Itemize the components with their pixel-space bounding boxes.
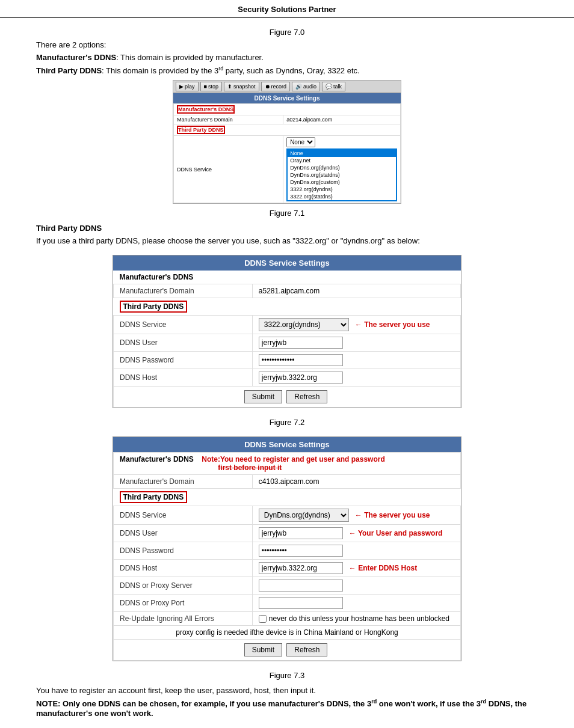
ddns-password-input-73[interactable] [259,545,343,557]
audio-btn[interactable]: 🔊 audio [292,82,320,91]
table-row: Re-Update Ignoring All Errors never do t… [114,612,461,626]
ddns-service-row-73: DDNS Service DynDns.org(dyndns) ← The se… [114,506,461,525]
table-row: Third Party DDNS [174,124,401,136]
ddns-service-select-small[interactable]: None [286,137,315,147]
dropdown-item[interactable]: 3322.org(dyndns) [288,186,396,193]
submit-button-72[interactable]: Submit [244,390,282,403]
table-row: DDNS Host ← Enter DDNS Host [114,560,461,577]
play-icon: ▶ [179,84,184,90]
note-text: NOTE: Only one DDNS can be chosen, for e… [36,699,538,717]
annotation-server-73: ← The server you use [355,511,430,519]
dropdown-list-small: None Oray.net DynDns.org(dyndns) DynDns.… [286,148,397,201]
manufacturer-ddns-label-small: Manufacturer's DDNS [177,105,235,114]
register-text: You have to register an account first, k… [36,686,538,695]
table-row: Manufacturer's DDNS Note:You need to reg… [114,453,461,475]
ddns-host-input-73[interactable] [259,562,343,574]
annotation-user-73: ← Your User and password [349,529,443,537]
service-select-wrap: 3322.org(dyndns) ← The server you use [259,318,454,331]
fig73-label: Figure 7.3 [36,671,538,680]
third-party-ddns-label-73: Third Party DDNS [120,491,188,503]
table-row: Manufacturer's Domain c4103.aipcam.com [114,475,461,489]
manufacturer-ddns-label-72: Manufacturer's DDNS [120,273,194,281]
third-party-section-desc: If you use a third party DDNS, please ch… [36,236,538,245]
fig70-screenshot: ▶ play ■ stop ⬆ snapshot ⏺ record 🔊 a [173,80,401,204]
ss-toolbar: ▶ play ■ stop ⬆ snapshot ⏺ record 🔊 a [173,81,401,93]
table-row: DDNS Password [114,352,461,369]
manufacturer-ddns-label-73: Manufacturer's DDNS [120,455,194,463]
table-row: Manufacturer's Domain a5281.aipcam.com [114,284,461,298]
stop-btn[interactable]: ■ stop [200,82,222,91]
refresh-button-73[interactable]: Refresh [286,643,327,656]
table-row: DDNS User [114,334,461,352]
user-wrap-73: ← Your User and password [259,527,454,539]
table-row: Third Party DDNS [114,489,461,506]
table-row: Manufacturer's DDNS [174,104,401,115]
note-first-before: first before input it [218,463,282,472]
ddns-service-row-72: DDNS Service 3322.org(dyndns) ← The serv… [114,316,461,334]
record-btn[interactable]: ⏺ record [261,82,291,91]
fig70-wrap: ▶ play ■ stop ⬆ snapshot ⏺ record 🔊 a [36,80,538,204]
dropdown-item[interactable]: 3322.org(statdns) [288,193,396,200]
fig72-wrap: DDNS Service Settings Manufacturer's DDN… [36,250,538,413]
fig72-container: DDNS Service Settings Manufacturer's DDN… [113,250,461,413]
ddns-proxy-port-input[interactable] [259,597,343,609]
note-register: Note:You need to register and get user a… [202,455,385,463]
annotation-host-73: ← Enter DDNS Host [349,564,417,572]
intro-third-party: Third Party DDNS: This domain is provide… [36,66,538,75]
play-btn[interactable]: ▶ play [176,82,199,91]
dropdown-item[interactable]: DynDns.org(custom) [288,179,396,186]
third-party-ddns-label-72: Third Party DDNS [120,301,188,313]
proxy-note-text: proxy config is needed ifthe device is i… [176,628,398,637]
dropdown-item[interactable]: DynDns.org(statdns) [288,171,396,179]
host-wrap-73: ← Enter DDNS Host [259,562,454,574]
record-icon: ⏺ [265,84,270,90]
fig73-table: Manufacturer's DDNS Note:You need to reg… [113,452,461,661]
ddns-user-input-73[interactable] [259,527,343,539]
fig70-table: Manufacturer's DDNS Manufacturer's Domai… [173,103,401,203]
fig73-title: DDNS Service Settings [113,437,461,452]
fig71-label: Figure 7.1 [36,209,538,218]
table-row: DDNS Password [114,542,461,560]
fig73-figure: DDNS Service Settings Manufacturer's DDN… [113,436,461,661]
ddns-host-input-72[interactable] [259,372,343,384]
intro-manufacturer: Manufacturer's DDNS: This domain is prov… [36,53,538,62]
table-row: Manufacturer's Domain a0214.aipcam.com [174,115,401,124]
snapshot-btn[interactable]: ⬆ snapshot [224,82,259,91]
ddns-service-select-73[interactable]: DynDns.org(dyndns) [259,509,349,522]
fig72-label: Figure 7.2 [36,418,538,427]
dropdown-item[interactable]: DynDns.org(dyndns) [288,164,396,171]
fig70-label: Figure 7.0 [36,28,538,37]
ddns-proxy-server-input[interactable] [259,580,343,592]
table-row: DDNS or Proxy Port [114,595,461,612]
third-party-section-heading: Third Party DDNS [36,224,538,233]
re-update-checkbox[interactable] [259,615,267,623]
audio-icon: 🔊 [295,84,302,90]
dropdown-item[interactable]: None [288,150,396,157]
fig72-title: DDNS Service Settings [113,255,461,271]
talk-btn[interactable]: 💬 talk [322,82,345,91]
third-party-ddns-label-small: Third Party DDNS [177,126,225,134]
table-row: DDNS or Proxy Server [114,577,461,595]
snapshot-icon: ⬆ [227,84,232,90]
ddns-password-input-72[interactable] [259,354,343,366]
intro-options: There are 2 options: [36,40,538,49]
table-row: Manufacturer's DDNS [114,271,461,284]
table-row: DDNS User ← Your User and password [114,525,461,542]
header-title: Security Solutions Partner [238,5,336,14]
dropdown-item[interactable]: Oray.net [288,157,396,164]
submit-button-73[interactable]: Submit [244,643,282,656]
service-select-wrap-73: DynDns.org(dyndns) ← The server you use [259,509,454,522]
fig72-figure: DDNS Service Settings Manufacturer's DDN… [113,255,461,408]
annotation-server-72: ← The server you use [355,320,430,329]
proxy-note-row: proxy config is needed ifthe device is i… [114,626,461,640]
ddns-user-input-72[interactable] [259,337,343,349]
talk-icon: 💬 [326,84,332,90]
ddns-service-select-72[interactable]: 3322.org(dyndns) [259,318,349,331]
fig70-title: DDNS Service Settings [173,93,401,103]
page-content: Figure 7.0 There are 2 options: Manufact… [0,18,574,728]
refresh-button-72[interactable]: Refresh [286,390,327,403]
fig72-table: Manufacturer's DDNS Manufacturer's Domai… [113,271,461,408]
table-row: Third Party DDNS [114,298,461,316]
submit-row-72: Submit Refresh [114,387,461,408]
fig73-container: DDNS Service Settings Manufacturer's DDN… [113,432,461,666]
